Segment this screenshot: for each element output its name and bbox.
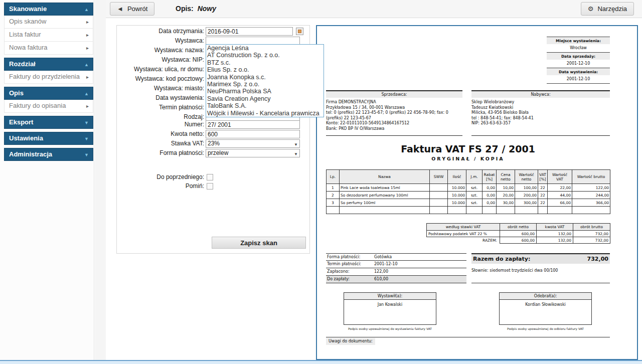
wystawca-option[interactable]: Marimex Sp. z o.o. [206, 81, 324, 88]
forma-platnosci-select[interactable]: przelew ▼ [206, 149, 300, 157]
forma-platnosci-selected-value: przelew [208, 149, 228, 156]
back-button[interactable]: ◄ Powrót [110, 2, 154, 16]
item-row: 2 So dezodorant perfumowany 100ml 10.000… [327, 192, 610, 199]
receiver-caption: Podpis osoby upoważnionej do odbioru fak… [499, 327, 592, 330]
sidebar-section-skanowanie[interactable]: Skanowanie ▲ [4, 3, 93, 16]
sidebar-section-rozdzial[interactable]: Rozdział ▲ [4, 58, 93, 71]
col-header: Cena netto [497, 170, 515, 184]
sidebar-section-administracja[interactable]: Administracja ▼ [4, 148, 93, 161]
chevron-right-icon: ▸ [86, 100, 89, 112]
sidebar-item-opis-skanow[interactable]: Opis skanów ▸ [4, 16, 93, 29]
col-header: VAT [%] [538, 170, 548, 184]
item-cell: szt. [466, 192, 483, 199]
wystawca-kod-label: Wystawca: kod pocztowy: [117, 75, 204, 83]
col-header: Lp. [327, 170, 340, 184]
sidebar-item-label: Nowa faktura [9, 44, 48, 51]
back-arrow-icon: ◄ [117, 5, 123, 13]
invoice-items-table: Lp. Nazwa SWW Ilość J.m. Rabat [%] Cena … [326, 169, 610, 214]
sidebar-item-nowa-faktura[interactable]: Nowa faktura ▸ [4, 42, 93, 55]
item-cell: 366,00 [572, 199, 610, 207]
numer-label: Numer: [117, 120, 204, 129]
calendar-button[interactable] [296, 28, 303, 35]
item-cell: 2 [327, 192, 340, 199]
sidebar-section-eksport[interactable]: Eksport ▼ [4, 116, 93, 129]
pomin-label: Pomiń: [117, 182, 204, 191]
issuer-header: Wystawił(a): [344, 293, 436, 300]
item-cell: 20,00 [497, 192, 515, 199]
wystawca-option[interactable]: Joanna Konopka s.c. [206, 74, 324, 81]
buyer-line: tel : 848-54-41; fax: 848-54-41 [471, 116, 610, 121]
wystawca-label: Wystawca: [117, 37, 204, 45]
form-row-do-poprzedniego: Do poprzedniego: [117, 173, 309, 181]
vat-total-cell: 732,00 [573, 237, 610, 244]
item-cell: 22 [538, 184, 548, 192]
wystawca-option[interactable]: Wójcik i Milewski - Kancelaria prawnicza [206, 110, 324, 117]
receiver-header: Odebrał(a): [500, 293, 591, 300]
vat-cell: 732,00 [573, 231, 610, 237]
wystawca-option[interactable]: AT Construction Sp. z o.o. [206, 52, 324, 59]
wystawca-option[interactable]: Savia Creation Agency [206, 95, 324, 102]
wystawca-option[interactable]: BTZ s.c. [206, 59, 324, 66]
sidebar-item-faktury-do-przydzielenia[interactable]: Faktury do przydzielenia ▸ [4, 71, 93, 84]
issuer-signature-box: Wystawił(a): Jan Kowalski [344, 292, 436, 325]
form-row-forma-platnosci: Forma płatności: przelew ▼ [117, 149, 309, 157]
payment-label: Forma płatności: [326, 254, 372, 260]
kwota-netto-input[interactable] [206, 130, 300, 138]
stawka-vat-select[interactable]: 23% ▼ [206, 139, 300, 148]
item-cell: So perfumy 100ml [340, 199, 430, 207]
form-row-data-otrzymania: Data otrzymania: [117, 27, 309, 36]
wystawca-option[interactable]: Agencja Leśna [206, 45, 324, 52]
payment-block: Forma płatności: Gotówka Termin płatnośc… [326, 253, 466, 283]
buyer-line: NIP: 263-63-63-357 [471, 121, 610, 126]
meta-value: 2001-12-10 [547, 60, 610, 68]
vat-total-cell: 600,00 [500, 237, 537, 244]
sidebar-item-faktury-do-opisania[interactable]: Faktury do opisania ▸ [4, 100, 93, 113]
save-scan-button[interactable]: Zapisz skan [212, 237, 306, 249]
wystawca-option[interactable]: NeuPharma Polska SA [206, 88, 324, 95]
sidebar-item-label: Faktury do przydzielenia [9, 73, 80, 80]
seller-block: Sprzedawca: Firma DEMONSTRACYJNA Przykła… [326, 90, 462, 136]
invoice-preview-panel: Miejsce wystawienia: Wrocław Data sprzed… [316, 25, 638, 360]
item-cell: So dezodorant perfumowany 100ml [340, 192, 430, 199]
chevron-right-icon: ▸ [86, 71, 89, 83]
sidebar-section-ustawienia[interactable]: Ustawienia ▼ [4, 132, 93, 145]
notes-block: Uwagi do dokumentu: [326, 337, 610, 345]
receiver-signature-box: Odebrał(a): Kordian Słowikowski [499, 292, 592, 325]
item-cell: Pink Lace woda toaletowa 15ml [340, 184, 430, 192]
tools-button[interactable]: ⚙ Narzędzia [581, 2, 634, 16]
sidebar-section-label: Ustawienia [9, 134, 43, 142]
data-wystawienia-label: Data wystawienia: [117, 94, 204, 102]
sidebar-item-lista-faktur[interactable]: Lista faktur ▸ [4, 29, 93, 42]
payment-value: 610,00 [372, 276, 388, 283]
notes-label: Uwagi do dokumentu: [326, 338, 375, 345]
numer-input[interactable] [206, 120, 300, 129]
do-poprzedniego-checkbox[interactable] [207, 174, 213, 180]
item-cell [430, 192, 448, 199]
seller-header: Sprzedawca: [326, 90, 462, 98]
item-cell: 66,00 [548, 199, 572, 207]
sidebar-gutter [95, 0, 106, 360]
wystawca-dropdown: Agencja Leśna AT Construction Sp. z o.o.… [206, 44, 324, 117]
col-header: Rabat [%] [483, 170, 497, 184]
form-row-kwota-netto: Kwota netto: [117, 130, 309, 138]
seller-line: Przykładowa 15 / 34, 00-001 Warszawa [326, 105, 462, 111]
item-row: 1 Pink Lace woda toaletowa 15ml 10.000 s… [327, 184, 610, 192]
buyer-header: Nabywca: [471, 90, 610, 98]
col-header: Wartość brutto [572, 170, 610, 184]
data-otrzymania-input[interactable] [206, 27, 293, 36]
pomin-checkbox[interactable] [207, 183, 213, 190]
wystawca-option[interactable]: TaloBank S.A. [206, 102, 324, 109]
sidebar-section-label: Skanowanie [9, 5, 47, 13]
vat-total-row: RAZEM: 600,00 132,00 732,00 [427, 237, 610, 244]
payment-row: Termin płatności: 2001-12-10 [326, 261, 466, 268]
form-row-stawka-vat: Stawka VAT: 23% ▼ [117, 139, 309, 148]
sidebar-section-opis[interactable]: Opis ▲ [4, 87, 93, 100]
col-header: J.m. [466, 170, 483, 184]
col-header: Ilość [448, 170, 466, 184]
wystawca-option[interactable]: Elius Sp. z o.o. [206, 66, 324, 73]
meta-label: Data wystawienia: [547, 68, 610, 75]
invoice-meta-box: Miejsce wystawienia: Wrocław Data sprzed… [547, 37, 610, 84]
chevron-up-icon: ▲ [84, 88, 89, 100]
item-cell: 0,00 [483, 192, 497, 199]
payment-label: Zapłacono: [326, 268, 372, 275]
